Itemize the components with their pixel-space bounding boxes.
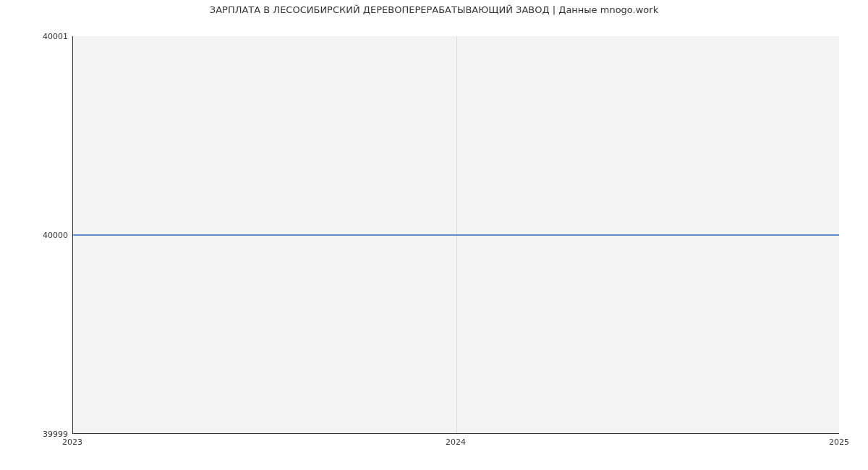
chart-title: ЗАРПЛАТА В ЛЕСОСИБИРСКИЙ ДЕРЕВОПЕРЕРАБАТ…	[0, 4, 868, 15]
y-tick-label: 40001	[0, 32, 68, 41]
x-tick-label: 2024	[446, 437, 466, 447]
y-tick-label: 39999	[0, 430, 68, 439]
chart-container: ЗАРПЛАТА В ЛЕСОСИБИРСКИЙ ДЕРЕВОПЕРЕРАБАТ…	[0, 0, 868, 470]
x-tick-label: 2023	[62, 437, 82, 447]
x-tick-label: 2025	[829, 437, 849, 447]
plot-area	[72, 36, 839, 434]
y-tick-label: 40000	[0, 231, 68, 240]
series-line-salary	[73, 234, 839, 236]
